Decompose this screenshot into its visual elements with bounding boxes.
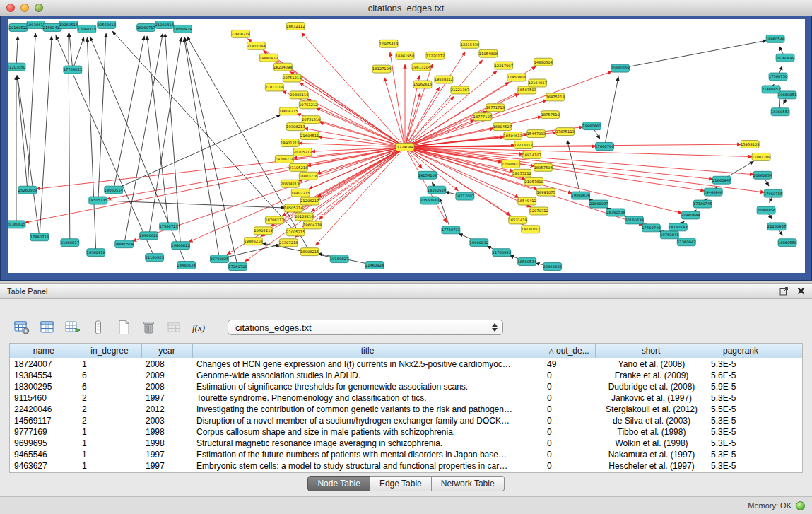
cell-in_degree[interactable]: 1 xyxy=(78,438,141,449)
graph-node[interactable]: 17703021 xyxy=(64,66,82,74)
cell-pagerank[interactable]: 5.3E-5 xyxy=(707,449,775,460)
column-header-name[interactable]: name xyxy=(10,344,78,358)
cell-title[interactable]: Estimation of significance thresholds fo… xyxy=(192,381,543,392)
graph-node[interactable]: 19308213 xyxy=(286,123,305,131)
table-row[interactable]: 946554611997Estimation of the future num… xyxy=(10,449,802,460)
cell-year[interactable]: 1998 xyxy=(141,426,192,438)
graph-node[interactable]: 18632112 xyxy=(286,22,305,30)
cell-pagerank[interactable]: 5.3E-5 xyxy=(707,438,775,449)
cell-year[interactable]: 1997 xyxy=(141,392,192,404)
cell-short[interactable]: Franke et al. (2009) xyxy=(595,370,707,381)
graph-node[interactable]: 17560721 xyxy=(159,223,177,230)
close-window-button[interactable] xyxy=(6,4,15,12)
cell-in_degree[interactable]: 2 xyxy=(78,404,141,415)
graph-node[interactable]: 20760625 xyxy=(210,255,228,263)
cell-title[interactable]: Disruption of a novel member of a sodium… xyxy=(192,415,543,426)
graph-node[interactable]: 20260649 xyxy=(776,54,794,62)
graph-node[interactable]: 18757510 xyxy=(541,111,559,119)
cell-short[interactable]: de Silva et al. (2003) xyxy=(595,415,707,426)
cell-out_de[interactable]: 49 xyxy=(543,358,595,370)
graph-node[interactable]: 18957594 xyxy=(534,163,552,171)
graph-node[interactable]: 17960755 xyxy=(764,189,782,197)
graph-node[interactable]: 21260957 xyxy=(767,223,786,230)
edit-columns-icon[interactable] xyxy=(64,319,82,336)
graph-node[interactable]: 21203050 xyxy=(8,63,25,71)
cell-out_de[interactable]: 0 xyxy=(543,392,595,404)
close-panel-icon[interactable] xyxy=(797,287,805,295)
graph-node[interactable]: 19560836 xyxy=(571,192,589,199)
table-row[interactable]: 946362711997Embryonic stem cells: a mode… xyxy=(10,460,802,472)
graph-node[interactable]: 19860851 xyxy=(778,91,796,99)
graph-node[interactable]: 19613104 xyxy=(412,63,430,71)
graph-node[interactable]: 21260818 xyxy=(155,21,173,28)
graph-node[interactable]: 16991075 xyxy=(536,188,555,196)
graph-node[interactable]: 15447093 xyxy=(526,130,545,138)
new-table-icon[interactable] xyxy=(114,319,133,336)
graph-node[interactable]: 15958103 xyxy=(741,141,759,148)
graph-node[interactable]: 20604213 xyxy=(281,180,299,187)
graph-node[interactable]: 18505214 xyxy=(284,204,302,212)
graph-node[interactable]: 18460524 xyxy=(177,262,195,269)
graph-node[interactable]: 18777107 xyxy=(473,113,492,121)
cell-out_de[interactable]: 0 xyxy=(543,370,595,381)
graph-node[interactable]: 18860558 xyxy=(778,239,796,247)
cell-year[interactable]: 2003 xyxy=(141,415,192,426)
graph-node[interactable]: 21057810 xyxy=(524,177,543,185)
graph-node[interactable]: 11081209 xyxy=(752,153,770,160)
graph-node[interactable]: 17060315 xyxy=(78,25,96,33)
cell-year[interactable]: 2008 xyxy=(141,358,192,370)
cell-in_degree[interactable]: 6 xyxy=(78,370,141,381)
graph-node[interactable]: 19751212 xyxy=(299,101,317,109)
graph-node[interactable]: 1724049 xyxy=(396,144,414,151)
graph-node[interactable]: 19360918 xyxy=(87,249,105,257)
graph-node[interactable]: 22608219 xyxy=(231,30,249,37)
cell-title[interactable]: Estimation of the future numbers of pati… xyxy=(192,449,543,460)
cell-in_degree[interactable]: 1 xyxy=(78,460,141,472)
graph-node[interactable]: 18560534 xyxy=(518,258,536,266)
cell-pagerank[interactable]: 5.9E-5 xyxy=(707,381,775,392)
graph-node[interactable]: 19154108 xyxy=(418,171,437,179)
cell-name[interactable]: 19384554 xyxy=(10,370,78,381)
cell-name[interactable]: 18724007 xyxy=(10,358,78,370)
graph-node[interactable]: 16875113 xyxy=(546,93,564,101)
graph-node[interactable]: 19861912 xyxy=(259,54,278,62)
graph-node[interactable]: 20802116 xyxy=(290,91,308,99)
graph-node[interactable]: 20460644 xyxy=(681,211,700,219)
column-icon[interactable] xyxy=(89,319,107,336)
graph-node[interactable]: 17460740 xyxy=(642,224,660,232)
graph-node[interactable]: 18160543 xyxy=(669,223,687,231)
graph-node[interactable]: 21005215 xyxy=(286,228,305,236)
graph-node[interactable]: 19604218 xyxy=(303,221,322,229)
cell-out_de[interactable]: 0 xyxy=(543,415,595,426)
graph-node[interactable]: 21060817 xyxy=(61,239,79,247)
graph-node[interactable]: 19505135 xyxy=(89,197,107,204)
graph-node[interactable]: 21604511 xyxy=(300,132,319,140)
cell-title[interactable]: Changes of HCN gene expression and I(f) … xyxy=(192,358,543,370)
graph-node[interactable]: 20360659 xyxy=(611,64,629,72)
cell-in_degree[interactable]: 6 xyxy=(78,381,141,392)
graph-node[interactable]: 12216012 xyxy=(514,141,533,149)
graph-node[interactable]: 19960832 xyxy=(470,239,488,247)
cell-pagerank[interactable]: 5.6E-5 xyxy=(707,370,775,381)
graph-node[interactable]: 18604215 xyxy=(279,107,298,115)
cell-year[interactable]: 2012 xyxy=(141,404,192,415)
column-header-short[interactable]: short xyxy=(595,344,707,358)
cell-out_de[interactable]: 0 xyxy=(543,381,595,392)
cell-title[interactable]: Tourette syndrome. Phenomenology and cla… xyxy=(192,392,543,404)
cell-year[interactable]: 1997 xyxy=(141,460,192,472)
cell-pagerank[interactable]: 5.3E-5 xyxy=(707,415,775,426)
graph-node[interactable]: 16914107 xyxy=(522,151,541,158)
graph-node[interactable]: 19160827 xyxy=(330,255,348,263)
cell-pagerank[interactable]: 5.3E-5 xyxy=(707,358,775,370)
table-row[interactable]: 1830029562008Estimation of significance … xyxy=(10,381,802,392)
cell-pagerank[interactable]: 5.5E-5 xyxy=(707,404,775,415)
cell-name[interactable]: 9777169 xyxy=(10,426,78,438)
graph-node[interactable]: 20660654 xyxy=(753,171,772,179)
table-settings-icon[interactable] xyxy=(13,319,31,336)
table-selector-dropdown[interactable]: citations_edges.txt xyxy=(228,320,503,335)
tab-edge-table[interactable]: Edge Table xyxy=(370,476,432,491)
import-table-icon[interactable] xyxy=(165,319,184,336)
cell-short[interactable]: Stergiakouli et al. (2012) xyxy=(595,404,707,415)
cell-in_degree[interactable]: 1 xyxy=(78,358,141,370)
graph-node[interactable]: 16804527 xyxy=(493,123,512,131)
